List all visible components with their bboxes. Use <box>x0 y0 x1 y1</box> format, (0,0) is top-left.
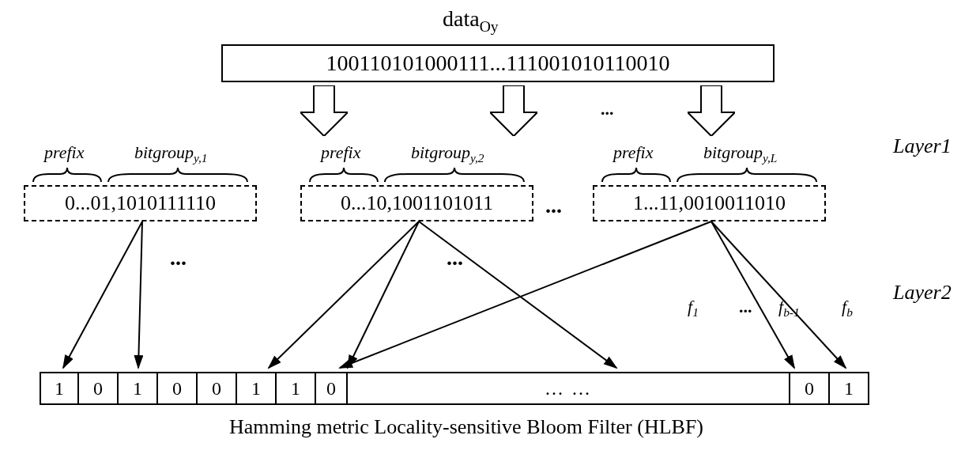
svg-line-4 <box>419 221 616 368</box>
split-arrow-1 <box>300 85 348 136</box>
hlbf-cell: 0 <box>790 372 830 405</box>
svg-line-1 <box>138 221 142 368</box>
prefix-label-L: prefix <box>613 142 654 163</box>
brace-prefix-1 <box>32 166 103 184</box>
hash-ellipsis-2: ... <box>447 245 463 271</box>
diagram-root: dataOy 100110101000111...111001010110010… <box>0 0 980 458</box>
brace-prefix-2 <box>308 166 379 184</box>
hash-arrows <box>0 221 980 380</box>
bitgroup-label-L: bitgroupy,L <box>703 142 777 163</box>
hash-fb1: fb-1 <box>778 297 800 317</box>
svg-line-3 <box>348 221 419 368</box>
hash-ellipsis-3: ... <box>739 297 752 317</box>
brace-prefix-L <box>601 166 672 184</box>
hlbf-cell: 0 <box>316 372 348 405</box>
split-ellipsis: ... <box>601 99 614 119</box>
split-arrow-2 <box>490 85 537 136</box>
hash-ellipsis-1: ... <box>170 245 187 271</box>
svg-line-0 <box>63 221 142 368</box>
hlbf-cell: 0 <box>79 372 119 405</box>
input-bit-string-box: 100110101000111...111001010110010 <box>221 44 775 82</box>
svg-line-7 <box>711 221 846 368</box>
bitgroup-box-1: 0...01,1010111110 <box>24 185 257 221</box>
input-data-label: dataOy <box>443 6 499 32</box>
hlbf-cell: 1 <box>830 372 869 405</box>
hash-f1: f1 <box>688 297 699 317</box>
hlbf-cell: 0 <box>158 372 198 405</box>
bloom-filter-array: 1 0 1 0 0 1 1 0 … … 0 1 <box>40 372 869 405</box>
split-arrow-3 <box>688 85 735 136</box>
diagram-caption: Hamming metric Locality-sensitive Bloom … <box>190 415 743 439</box>
bitgroup-label-2: bitgroupy,2 <box>411 142 484 163</box>
brace-bitgroup-L <box>676 166 818 184</box>
bitgroup-label-1: bitgroupy,1 <box>134 142 208 163</box>
hlbf-ellipsis: … … <box>348 372 790 405</box>
prefix-label-1: prefix <box>44 142 85 163</box>
hlbf-cell: 1 <box>277 372 316 405</box>
bitgroup-box-2: 0...10,1001101011 <box>300 185 533 221</box>
input-bit-string: 100110101000111...111001010110010 <box>223 46 773 81</box>
hlbf-cell: 0 <box>198 372 237 405</box>
layer1-label: Layer1 <box>893 134 952 158</box>
hlbf-cell: 1 <box>40 372 79 405</box>
brace-bitgroup-1 <box>107 166 249 184</box>
group-ellipsis: ... <box>545 193 562 218</box>
bitgroup-box-L: 1...11,0010011010 <box>593 185 826 221</box>
brace-bitgroup-2 <box>383 166 526 184</box>
prefix-label-2: prefix <box>321 142 361 163</box>
hlbf-cell: 1 <box>119 372 158 405</box>
hlbf-cell: 1 <box>237 372 277 405</box>
svg-line-6 <box>711 221 794 368</box>
hash-fb: fb <box>842 297 853 317</box>
